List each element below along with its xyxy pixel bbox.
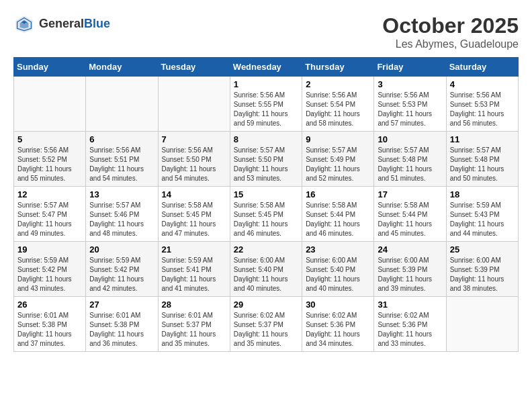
day-number: 6 [89,134,154,144]
day-info: Sunrise: 5:56 AM Sunset: 5:52 PM Dayligh… [17,146,82,183]
day-number: 1 [234,79,298,89]
calendar-cell: 19Sunrise: 5:59 AM Sunset: 5:42 PM Dayli… [14,242,86,297]
calendar-cell: 6Sunrise: 5:56 AM Sunset: 5:51 PM Daylig… [86,132,158,187]
calendar-cell [14,77,86,132]
calendar-cell: 21Sunrise: 5:59 AM Sunset: 5:41 PM Dayli… [158,242,230,297]
day-info: Sunrise: 5:58 AM Sunset: 5:45 PM Dayligh… [234,201,298,238]
day-info: Sunrise: 5:59 AM Sunset: 5:42 PM Dayligh… [89,256,154,293]
day-info: Sunrise: 5:59 AM Sunset: 5:42 PM Dayligh… [17,256,82,293]
day-info: Sunrise: 6:02 AM Sunset: 5:36 PM Dayligh… [378,311,442,349]
calendar-cell: 9Sunrise: 5:57 AM Sunset: 5:49 PM Daylig… [302,132,374,187]
logo: GeneralBlue [13,13,110,35]
day-info: Sunrise: 5:56 AM Sunset: 5:53 PM Dayligh… [450,91,515,128]
weekday-header-saturday: Saturday [446,58,518,77]
calendar-week-2: 5Sunrise: 5:56 AM Sunset: 5:52 PM Daylig… [14,132,519,187]
calendar-cell: 5Sunrise: 5:56 AM Sunset: 5:52 PM Daylig… [14,132,86,187]
calendar-cell [446,297,518,352]
calendar-header: SundayMondayTuesdayWednesdayThursdayFrid… [14,58,519,77]
calendar-week-5: 26Sunrise: 6:01 AM Sunset: 5:38 PM Dayli… [14,297,519,352]
calendar-cell: 4Sunrise: 5:56 AM Sunset: 5:53 PM Daylig… [446,77,518,132]
day-info: Sunrise: 6:01 AM Sunset: 5:37 PM Dayligh… [162,311,226,349]
day-info: Sunrise: 6:00 AM Sunset: 5:39 PM Dayligh… [378,256,442,293]
calendar-table: SundayMondayTuesdayWednesdayThursdayFrid… [13,57,519,352]
weekday-header-thursday: Thursday [302,58,374,77]
logo-blue: Blue [84,17,110,30]
day-info: Sunrise: 6:01 AM Sunset: 5:38 PM Dayligh… [17,311,82,349]
calendar-cell: 8Sunrise: 5:57 AM Sunset: 5:50 PM Daylig… [230,132,302,187]
weekday-header-tuesday: Tuesday [158,58,230,77]
calendar-cell: 26Sunrise: 6:01 AM Sunset: 5:38 PM Dayli… [14,297,86,352]
day-number: 29 [234,300,298,310]
weekday-header-friday: Friday [374,58,446,77]
day-info: Sunrise: 6:01 AM Sunset: 5:38 PM Dayligh… [89,311,154,349]
day-info: Sunrise: 5:59 AM Sunset: 5:41 PM Dayligh… [162,256,226,293]
day-number: 13 [89,189,154,199]
calendar-cell: 17Sunrise: 5:58 AM Sunset: 5:44 PM Dayli… [374,187,446,242]
day-info: Sunrise: 5:56 AM Sunset: 5:51 PM Dayligh… [89,146,154,183]
calendar-cell: 30Sunrise: 6:02 AM Sunset: 5:36 PM Dayli… [302,297,374,352]
day-info: Sunrise: 6:00 AM Sunset: 5:40 PM Dayligh… [234,256,298,293]
day-info: Sunrise: 5:59 AM Sunset: 5:43 PM Dayligh… [450,201,515,238]
calendar-cell: 23Sunrise: 6:00 AM Sunset: 5:40 PM Dayli… [302,242,374,297]
calendar-cell: 3Sunrise: 5:56 AM Sunset: 5:53 PM Daylig… [374,77,446,132]
day-number: 18 [450,189,515,199]
weekday-header-wednesday: Wednesday [230,58,302,77]
day-number: 22 [234,244,298,255]
day-info: Sunrise: 5:57 AM Sunset: 5:49 PM Dayligh… [306,146,370,183]
day-number: 23 [306,244,370,255]
day-info: Sunrise: 5:56 AM Sunset: 5:55 PM Dayligh… [234,91,298,128]
day-info: Sunrise: 6:02 AM Sunset: 5:37 PM Dayligh… [234,311,298,349]
calendar-cell: 2Sunrise: 5:56 AM Sunset: 5:54 PM Daylig… [302,77,374,132]
calendar-cell: 15Sunrise: 5:58 AM Sunset: 5:45 PM Dayli… [230,187,302,242]
month-title: October 2025 [382,13,519,38]
location: Les Abymes, Guadeloupe [382,38,519,50]
calendar-cell: 31Sunrise: 6:02 AM Sunset: 5:36 PM Dayli… [374,297,446,352]
day-info: Sunrise: 5:57 AM Sunset: 5:48 PM Dayligh… [378,146,442,183]
calendar-week-1: 1Sunrise: 5:56 AM Sunset: 5:55 PM Daylig… [14,77,519,132]
weekday-header-sunday: Sunday [14,58,86,77]
day-number: 7 [162,134,226,144]
calendar-cell: 25Sunrise: 6:00 AM Sunset: 5:39 PM Dayli… [446,242,518,297]
calendar-cell: 14Sunrise: 5:58 AM Sunset: 5:45 PM Dayli… [158,187,230,242]
calendar-cell: 10Sunrise: 5:57 AM Sunset: 5:48 PM Dayli… [374,132,446,187]
calendar-cell: 11Sunrise: 5:57 AM Sunset: 5:48 PM Dayli… [446,132,518,187]
day-number: 21 [162,244,226,255]
calendar-cell: 12Sunrise: 5:57 AM Sunset: 5:47 PM Dayli… [14,187,86,242]
day-number: 9 [306,134,370,144]
day-number: 14 [162,189,226,199]
day-info: Sunrise: 6:00 AM Sunset: 5:39 PM Dayligh… [450,256,515,293]
day-number: 11 [450,134,515,144]
day-info: Sunrise: 5:57 AM Sunset: 5:50 PM Dayligh… [234,146,298,183]
calendar-cell: 7Sunrise: 5:56 AM Sunset: 5:50 PM Daylig… [158,132,230,187]
day-number: 27 [89,300,154,310]
day-info: Sunrise: 5:57 AM Sunset: 5:47 PM Dayligh… [17,201,82,238]
calendar-cell: 1Sunrise: 5:56 AM Sunset: 5:55 PM Daylig… [230,77,302,132]
day-number: 25 [450,244,515,255]
day-info: Sunrise: 5:58 AM Sunset: 5:44 PM Dayligh… [378,201,442,238]
weekday-row: SundayMondayTuesdayWednesdayThursdayFrid… [14,58,519,77]
day-number: 30 [306,300,370,310]
day-number: 2 [306,79,370,89]
title-block: October 2025 Les Abymes, Guadeloupe [382,13,519,50]
day-info: Sunrise: 5:56 AM Sunset: 5:54 PM Dayligh… [306,91,370,128]
day-number: 3 [378,79,442,89]
logo-general: General [39,17,84,30]
calendar-body: 1Sunrise: 5:56 AM Sunset: 5:55 PM Daylig… [14,77,519,352]
day-info: Sunrise: 5:57 AM Sunset: 5:46 PM Dayligh… [89,201,154,238]
calendar-cell: 18Sunrise: 5:59 AM Sunset: 5:43 PM Dayli… [446,187,518,242]
calendar-cell: 16Sunrise: 5:58 AM Sunset: 5:44 PM Dayli… [302,187,374,242]
calendar-cell [86,77,158,132]
calendar-week-3: 12Sunrise: 5:57 AM Sunset: 5:47 PM Dayli… [14,187,519,242]
calendar-cell: 13Sunrise: 5:57 AM Sunset: 5:46 PM Dayli… [86,187,158,242]
day-number: 26 [17,300,82,310]
calendar-cell: 20Sunrise: 5:59 AM Sunset: 5:42 PM Dayli… [86,242,158,297]
day-info: Sunrise: 6:00 AM Sunset: 5:40 PM Dayligh… [306,256,370,293]
calendar-cell: 27Sunrise: 6:01 AM Sunset: 5:38 PM Dayli… [86,297,158,352]
logo-text: GeneralBlue [39,17,110,31]
day-number: 24 [378,244,442,255]
day-number: 31 [378,300,442,310]
calendar-cell: 29Sunrise: 6:02 AM Sunset: 5:37 PM Dayli… [230,297,302,352]
day-info: Sunrise: 5:58 AM Sunset: 5:44 PM Dayligh… [306,201,370,238]
day-number: 5 [17,134,82,144]
day-number: 12 [17,189,82,199]
